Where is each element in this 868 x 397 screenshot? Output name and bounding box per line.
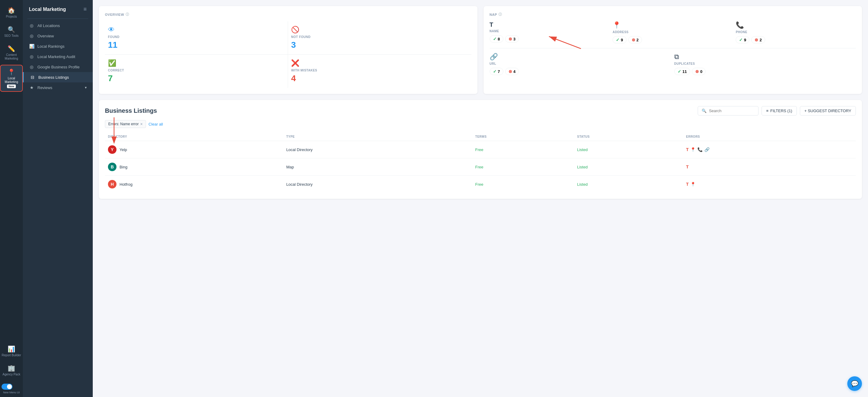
clear-all-button[interactable]: Clear all [148, 122, 163, 127]
overview-card: OVERVIEW ⓘ 👁 FOUND 11 🚫 NOT FOUND 3 ✅ CO… [99, 6, 477, 94]
chat-button[interactable]: 💬 [847, 376, 862, 391]
nap-phone-correct-pill: ✓ 9 [736, 36, 749, 43]
sidebar-title: Local Marketing ≡ [23, 5, 93, 17]
table-row: h Hotfrog Local Directory Free Listed T … [105, 176, 856, 193]
nap-phone-incorrect-pill: ⊗ 2 [751, 36, 765, 43]
nap-name-correct-pill: ✓ 8 [490, 35, 503, 42]
search-icon: 🔍 [8, 26, 15, 33]
overview-grid: 👁 FOUND 11 🚫 NOT FOUND 3 ✅ CORRECT 7 ❌ W… [105, 21, 471, 88]
business-listings-section: Business Listings 🔍 ≡ FILTERS (1) + SUGG… [99, 100, 862, 199]
sidebar-item-reviews[interactable]: ★ Reviews ▾ [23, 82, 93, 93]
sidebar-menu-icon[interactable]: ≡ [83, 6, 87, 12]
address-pin-icon: 📍 [613, 21, 733, 29]
star-icon: ★ [29, 85, 34, 90]
remove-filter-icon[interactable]: × [140, 122, 143, 127]
left-navigation: 🏠 Projects 🔍 SEO Tools ✏️ Content Market… [0, 0, 23, 397]
edit-icon: ✏️ [8, 45, 15, 52]
col-errors: ERRORS [683, 133, 856, 141]
listings-header: Business Listings 🔍 ≡ FILTERS (1) + SUGG… [105, 106, 856, 115]
suggest-directory-button[interactable]: + SUGGEST DIRECTORY [800, 106, 856, 115]
correct-icon: ✅ [108, 59, 285, 67]
sidebar-item-google-business-profile[interactable]: ◎ Google Business Profile [23, 62, 93, 72]
nap-url: 🔗 URL ✓ 7 ⊗ 4 [490, 53, 671, 75]
col-type: TYPE [283, 133, 472, 141]
x-circle-icon: ⊗ [508, 36, 512, 41]
nav-item-projects[interactable]: 🏠 Projects [0, 4, 23, 22]
nav-item-report-builder[interactable]: 📊 Report Builder [0, 342, 23, 360]
nap-address-correct-pill: ✓ 9 [613, 36, 626, 43]
nap-address-incorrect-pill: ⊗ 2 [628, 36, 642, 43]
directory-logo: b [108, 163, 117, 171]
cell-directory: h Hotfrog [105, 176, 283, 193]
sidebar-item-overview[interactable]: ◎ Overview [23, 31, 93, 41]
overview-card-title: OVERVIEW ⓘ [105, 12, 471, 17]
new-menu-ui-label: New Menu UI [2, 391, 21, 394]
directory-name: Bing [120, 165, 127, 169]
x-circle-icon: ⊗ [754, 37, 758, 42]
search-magnifier-icon: 🔍 [702, 108, 707, 113]
google-icon: ◎ [29, 64, 34, 69]
nap-phone: 📞 PHONE ✓ 9 ⊗ 2 [736, 21, 856, 43]
stats-cards-row: OVERVIEW ⓘ 👁 FOUND 11 🚫 NOT FOUND 3 ✅ CO… [99, 6, 862, 94]
filters-button[interactable]: ≡ FILTERS (1) [762, 106, 797, 115]
new-badge: New [7, 85, 16, 88]
cell-type: Map [283, 158, 472, 176]
home-icon: 🏠 [8, 7, 15, 14]
sidebar-item-all-locations[interactable]: ◎ All Locations [23, 20, 93, 31]
link-icon: 🔗 [490, 53, 671, 61]
x-circle-icon: ⊗ [695, 69, 699, 74]
nap-card: NAP ⓘ T NAME ✓ [484, 6, 862, 94]
cell-status: Listed [574, 176, 683, 193]
nap-address: 📍 ADDRESS ✓ 9 ⊗ 2 [613, 21, 733, 43]
nav-item-content-marketing[interactable]: ✏️ Content Marketing [0, 42, 23, 64]
listings-icon: ⊟ [30, 75, 35, 80]
chart-icon: 📊 [8, 345, 15, 353]
cell-type: Local Directory [283, 141, 472, 158]
col-terms: TERMS [472, 133, 574, 141]
nap-url-incorrect-pill: ⊗ 4 [505, 68, 519, 75]
mistakes-icon: ❌ [291, 59, 468, 67]
nap-card-title: NAP ⓘ [490, 12, 856, 17]
search-box[interactable]: 🔍 [698, 106, 758, 115]
cell-errors: T 📍 📞 🔗 [683, 141, 856, 158]
col-status: STATUS [574, 133, 683, 141]
cell-errors: T [683, 158, 856, 176]
listings-controls: 🔍 ≡ FILTERS (1) + SUGGEST DIRECTORY [698, 106, 856, 115]
location-pin-icon: 📍 [8, 68, 15, 76]
building-icon: 🏢 [8, 364, 15, 372]
overview-correct: ✅ CORRECT 7 [105, 55, 288, 88]
not-found-icon: 🚫 [291, 26, 468, 34]
nap-name: T NAME ✓ 8 ⊗ 3 [490, 21, 610, 43]
text-icon: T [490, 21, 610, 28]
overview-icon: ◎ [29, 33, 34, 38]
nap-duplicates: ⧉ DUPLICATES ✓ 11 ⊗ 0 [674, 53, 856, 75]
sidebar-item-local-rankings[interactable]: 📊 Local Rankings [23, 41, 93, 52]
rankings-icon: 📊 [29, 44, 34, 48]
check-icon: ✓ [493, 36, 497, 41]
nav-item-seo-tools[interactable]: 🔍 SEO Tools [0, 23, 23, 41]
cell-terms: Free [472, 141, 574, 158]
directory-logo: h [108, 180, 117, 189]
sidebar-item-local-marketing-audit[interactable]: ◎ Local Marketing Audit [23, 52, 93, 62]
table-header-row: DIRECTORY TYPE TERMS STATUS ERRORS [105, 133, 856, 141]
nap-url-correct-pill: ✓ 7 [490, 68, 503, 75]
chevron-down-icon: ▾ [85, 86, 87, 90]
nap-duplicates-correct-pill: ✓ 11 [674, 68, 690, 75]
sidebar-item-business-listings[interactable]: ⊟ Business Listings [23, 72, 93, 82]
found-icon: 👁 [108, 26, 285, 34]
sidebar: Local Marketing ≡ ◎ All Locations ◎ Over… [23, 0, 93, 397]
cell-terms: Free [472, 158, 574, 176]
main-content: OVERVIEW ⓘ 👁 FOUND 11 🚫 NOT FOUND 3 ✅ CO… [93, 0, 868, 397]
search-input[interactable] [709, 108, 754, 113]
nav-item-local-marketing[interactable]: 📍 Local Marketing New [0, 65, 23, 92]
x-circle-icon: ⊗ [632, 37, 636, 42]
listings-table: DIRECTORY TYPE TERMS STATUS ERRORS y Yel… [105, 133, 856, 193]
directory-name: Yelp [120, 147, 127, 152]
cell-directory: y Yelp [105, 141, 283, 158]
new-menu-ui-toggle[interactable] [2, 384, 12, 390]
nav-item-agency-pack[interactable]: 🏢 Agency Pack [0, 361, 23, 379]
duplicates-icon: ⧉ [674, 53, 856, 61]
location-icon: ◎ [29, 23, 34, 28]
phone-icon: 📞 [736, 21, 856, 29]
listings-title: Business Listings [105, 107, 157, 114]
